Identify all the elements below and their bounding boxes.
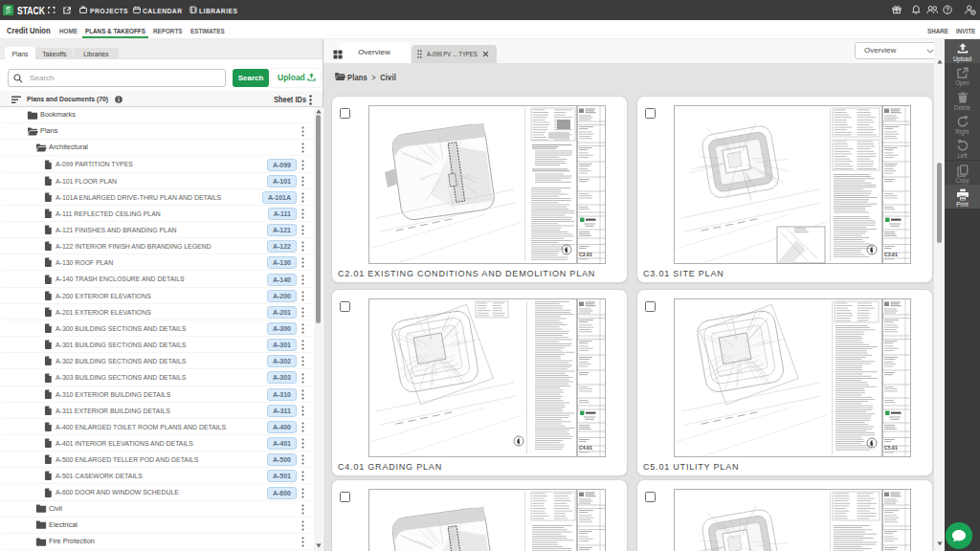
svg-text:C4.01: C4.01 xyxy=(579,445,592,451)
svg-text:C5.01: C5.01 xyxy=(884,445,898,451)
svg-text:C2.01: C2.01 xyxy=(579,252,592,257)
svg-text:C3.01: C3.01 xyxy=(884,252,898,257)
